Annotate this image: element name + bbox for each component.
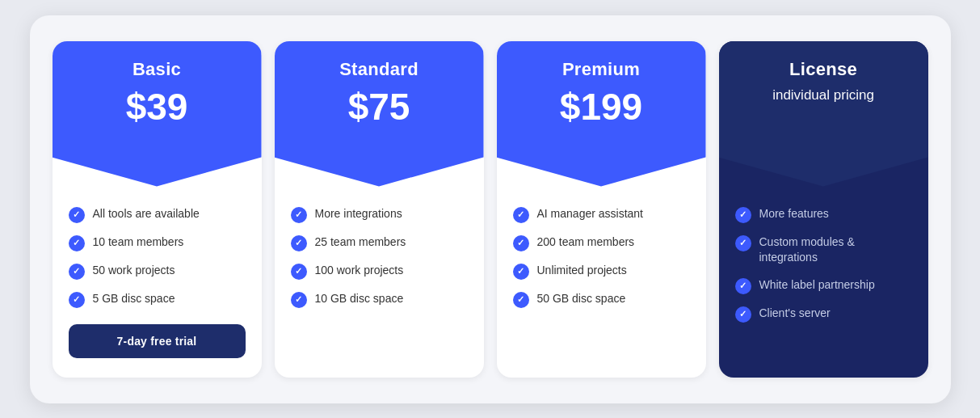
- feature-item: AI manager assistant: [513, 206, 690, 223]
- feature-text: More integrations: [315, 206, 402, 222]
- feature-text: 10 team members: [93, 234, 184, 251]
- plan-features-license: More featuresCustom modules & integratio…: [719, 187, 928, 378]
- plan-header-standard: Standard$75: [275, 41, 484, 187]
- plan-title-standard: Standard: [288, 59, 471, 80]
- feature-item: 5 GB disc space: [69, 291, 246, 308]
- trial-button[interactable]: 7-day free trial: [69, 324, 246, 358]
- plan-title-basic: Basic: [65, 59, 249, 80]
- plan-header-basic: Basic$39: [53, 41, 262, 187]
- checkmark-icon: [69, 264, 85, 280]
- plan-features-basic: All tools are available10 team members50…: [53, 187, 262, 324]
- feature-item: 200 team members: [513, 234, 690, 251]
- feature-item: White label partnership: [735, 277, 912, 294]
- plan-card-license: Licenseindividual pricingMore featuresCu…: [719, 41, 928, 378]
- feature-item: More integrations: [291, 206, 468, 223]
- checkmark-icon: [513, 207, 529, 223]
- pricing-container: Basic$39All tools are available10 team m…: [30, 15, 951, 403]
- checkmark-icon: [291, 264, 307, 280]
- checkmark-icon: [291, 207, 307, 223]
- feature-text: All tools are available: [93, 206, 200, 222]
- feature-text: AI manager assistant: [537, 206, 644, 222]
- plan-card-basic: Basic$39All tools are available10 team m…: [53, 41, 262, 378]
- checkmark-icon: [69, 207, 85, 223]
- feature-item: More features: [735, 206, 912, 223]
- plan-price-sub-license: individual pricing: [732, 87, 915, 104]
- checkmark-icon: [513, 264, 529, 280]
- checkmark-icon: [735, 235, 751, 251]
- checkmark-icon: [291, 235, 307, 251]
- feature-text: 25 team members: [315, 234, 406, 251]
- feature-item: 100 work projects: [291, 263, 468, 280]
- feature-text: 100 work projects: [315, 263, 404, 279]
- feature-text: 10 GB disc space: [315, 291, 404, 307]
- checkmark-icon: [291, 292, 307, 308]
- feature-text: 5 GB disc space: [93, 291, 175, 307]
- feature-text: More features: [759, 206, 829, 222]
- plan-card-premium: Premium$199AI manager assistant200 team …: [497, 41, 706, 378]
- feature-item: Client's server: [735, 306, 912, 323]
- plan-card-standard: Standard$75More integrations25 team memb…: [275, 41, 484, 378]
- feature-item: 50 work projects: [69, 263, 246, 280]
- checkmark-icon: [69, 235, 85, 251]
- feature-text: Custom modules & integrations: [759, 234, 912, 266]
- plan-features-standard: More integrations25 team members100 work…: [275, 187, 484, 378]
- feature-text: White label partnership: [759, 277, 875, 293]
- checkmark-icon: [513, 235, 529, 251]
- checkmark-icon: [735, 207, 751, 223]
- checkmark-icon: [69, 292, 85, 308]
- plan-title-premium: Premium: [510, 59, 693, 80]
- plan-price-basic: $39: [65, 87, 249, 128]
- checkmark-icon: [735, 306, 751, 323]
- feature-item: All tools are available: [69, 206, 246, 223]
- feature-text: Client's server: [759, 306, 831, 322]
- feature-text: 200 team members: [537, 234, 635, 251]
- plan-header-license: Licenseindividual pricing: [719, 41, 928, 187]
- feature-text: Unlimited projects: [537, 263, 627, 279]
- feature-text: 50 GB disc space: [537, 291, 626, 307]
- checkmark-icon: [513, 292, 529, 308]
- feature-text: 50 work projects: [93, 263, 175, 279]
- feature-item: 50 GB disc space: [513, 291, 690, 308]
- plan-features-premium: AI manager assistant200 team membersUnli…: [497, 187, 706, 378]
- plan-header-premium: Premium$199: [497, 41, 706, 187]
- checkmark-icon: [735, 278, 751, 294]
- feature-item: 10 team members: [69, 234, 246, 251]
- feature-item: Unlimited projects: [513, 263, 690, 280]
- plan-price-premium: $199: [510, 87, 693, 128]
- feature-item: Custom modules & integrations: [735, 234, 912, 266]
- feature-item: 10 GB disc space: [291, 291, 468, 308]
- plan-price-standard: $75: [288, 87, 471, 128]
- feature-item: 25 team members: [291, 234, 468, 251]
- plan-title-license: License: [732, 59, 915, 80]
- plan-cta-basic: 7-day free trial: [53, 324, 262, 378]
